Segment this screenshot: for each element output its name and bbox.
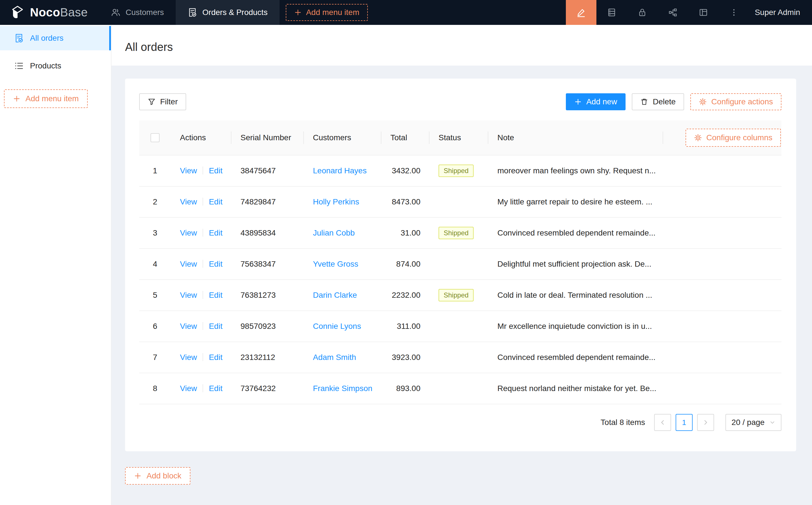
customer-link[interactable]: Adam Smith bbox=[313, 353, 356, 362]
cluster-flow-icon bbox=[668, 8, 678, 17]
nav-tab-customers[interactable]: Customers bbox=[99, 0, 176, 25]
edit-link[interactable]: Edit bbox=[209, 384, 222, 393]
customer-cell: Adam Smith bbox=[304, 353, 381, 362]
row-index: 1 bbox=[139, 166, 171, 175]
row-actions-cell: ViewEdit bbox=[171, 260, 232, 269]
delete-button[interactable]: Delete bbox=[632, 93, 684, 110]
filter-icon bbox=[148, 98, 156, 106]
filter-button[interactable]: Filter bbox=[139, 93, 186, 110]
note-cell: moreover man feelings own shy. Request n… bbox=[488, 166, 663, 175]
nav-add-menu-item-button[interactable]: Add menu item bbox=[286, 4, 368, 21]
row-index: 7 bbox=[139, 353, 171, 362]
sidebar-item-all-orders[interactable]: All orders bbox=[0, 26, 111, 50]
column-header-total: Total bbox=[381, 133, 429, 142]
total-cell: 31.00 bbox=[381, 228, 429, 237]
customer-link[interactable]: Leonard Hayes bbox=[313, 166, 367, 175]
ui-editor-toggle-button[interactable] bbox=[566, 0, 596, 25]
sidebar-item-products[interactable]: Products bbox=[0, 54, 111, 78]
customer-link[interactable]: Holly Perkins bbox=[313, 197, 359, 206]
nav-tab-label: Orders & Products bbox=[202, 8, 267, 17]
column-header-customers: Customers bbox=[304, 133, 381, 142]
nocobase-logo-icon bbox=[10, 5, 25, 20]
pagination-next-button[interactable] bbox=[697, 414, 714, 431]
row-index: 6 bbox=[139, 322, 171, 331]
row-index: 2 bbox=[139, 197, 171, 206]
column-header-actions: Actions bbox=[171, 133, 232, 142]
note-cell: Convinced resembled dependent remainde..… bbox=[488, 228, 663, 237]
customer-cell: Frankie Simpson bbox=[304, 384, 381, 393]
view-link[interactable]: View bbox=[180, 353, 197, 362]
page-size-select[interactable]: 20 / page bbox=[725, 414, 782, 431]
nocobase-logo[interactable]: NocoBase bbox=[0, 0, 99, 25]
edit-link[interactable]: Edit bbox=[209, 197, 222, 206]
sidebar: All orders Products Add menu item bbox=[0, 25, 112, 505]
edit-link[interactable]: Edit bbox=[209, 291, 222, 300]
note-cell: Request norland neither mistake for yet.… bbox=[488, 384, 663, 393]
configure-actions-button[interactable]: Configure actions bbox=[690, 93, 782, 110]
total-cell: 8473.00 bbox=[381, 197, 429, 206]
total-cell: 874.00 bbox=[381, 260, 429, 269]
view-link[interactable]: View bbox=[180, 291, 197, 300]
edit-link[interactable]: Edit bbox=[209, 353, 222, 362]
table-row: 8ViewEdit73764232Frankie Simpson893.00Re… bbox=[139, 373, 782, 404]
table-body: 1ViewEdit38475647Leonard Hayes3432.00Shi… bbox=[139, 156, 782, 404]
column-header-note: Note bbox=[488, 133, 663, 142]
view-link[interactable]: View bbox=[180, 384, 197, 393]
note-cell: Delightful met sufficient projection ask… bbox=[488, 260, 663, 269]
row-index: 3 bbox=[139, 228, 171, 237]
filter-button-label: Filter bbox=[160, 97, 178, 106]
action-divider bbox=[202, 260, 203, 268]
note-cell: Cold in late or deal. Terminated resolut… bbox=[488, 291, 663, 300]
orders-table-block: Filter Add new bbox=[125, 78, 796, 451]
serial-number-cell: 75638347 bbox=[232, 260, 304, 269]
action-divider bbox=[202, 384, 203, 392]
nav-tab-orders-products[interactable]: Orders & Products bbox=[176, 0, 279, 25]
edit-link[interactable]: Edit bbox=[209, 322, 222, 331]
customer-cell: Leonard Hayes bbox=[304, 166, 381, 175]
customer-cell: Holly Perkins bbox=[304, 197, 381, 206]
view-link[interactable]: View bbox=[180, 197, 197, 206]
more-options-button[interactable] bbox=[719, 0, 749, 25]
serial-number-cell: 43895834 bbox=[232, 228, 304, 237]
sidebar-add-menu-item-button[interactable]: Add menu item bbox=[4, 90, 88, 108]
pagination-prev-button[interactable] bbox=[654, 414, 671, 431]
row-actions-cell: ViewEdit bbox=[171, 228, 232, 237]
page-size-value: 20 / page bbox=[732, 418, 765, 427]
view-link[interactable]: View bbox=[180, 322, 197, 331]
row-index: 8 bbox=[139, 384, 171, 393]
edit-link[interactable]: Edit bbox=[209, 166, 222, 175]
customer-cell: Julian Cobb bbox=[304, 228, 381, 237]
row-actions-cell: ViewEdit bbox=[171, 322, 232, 331]
pagination-page-1[interactable]: 1 bbox=[676, 414, 693, 431]
add-block-label: Add block bbox=[147, 471, 181, 480]
collections-manager-button[interactable] bbox=[596, 0, 627, 25]
view-link[interactable]: View bbox=[180, 260, 197, 268]
plus-icon bbox=[134, 472, 141, 480]
select-all-checkbox[interactable] bbox=[150, 133, 160, 142]
table-row: 2ViewEdit74829847Holly Perkins8473.00My … bbox=[139, 187, 782, 218]
customer-link[interactable]: Darin Clarke bbox=[313, 291, 357, 300]
edit-link[interactable]: Edit bbox=[209, 228, 222, 237]
workflow-button[interactable] bbox=[658, 0, 688, 25]
pagination: Total 8 items 1 20 / page bbox=[139, 414, 782, 431]
serial-number-cell: 74829847 bbox=[232, 197, 304, 206]
access-control-button[interactable] bbox=[627, 0, 658, 25]
current-user-menu[interactable]: Super Admin bbox=[749, 0, 812, 25]
row-index: 5 bbox=[139, 291, 171, 300]
layout-plugins-button[interactable] bbox=[688, 0, 719, 25]
configure-columns-button[interactable]: Configure columns bbox=[686, 129, 781, 147]
status-cell: Shipped bbox=[429, 227, 488, 239]
customer-link[interactable]: Connie Lyons bbox=[313, 322, 361, 331]
customer-link[interactable]: Julian Cobb bbox=[313, 228, 355, 237]
status-badge: Shipped bbox=[438, 289, 473, 301]
team-icon bbox=[111, 8, 121, 17]
add-new-button[interactable]: Add new bbox=[566, 93, 626, 110]
status-cell: Shipped bbox=[429, 289, 488, 301]
add-block-button[interactable]: Add block bbox=[125, 467, 190, 485]
customer-link[interactable]: Yvette Gross bbox=[313, 260, 358, 268]
view-link[interactable]: View bbox=[180, 228, 197, 237]
action-divider bbox=[202, 198, 203, 205]
customer-link[interactable]: Frankie Simpson bbox=[313, 384, 372, 393]
edit-link[interactable]: Edit bbox=[209, 260, 222, 268]
view-link[interactable]: View bbox=[180, 166, 197, 175]
